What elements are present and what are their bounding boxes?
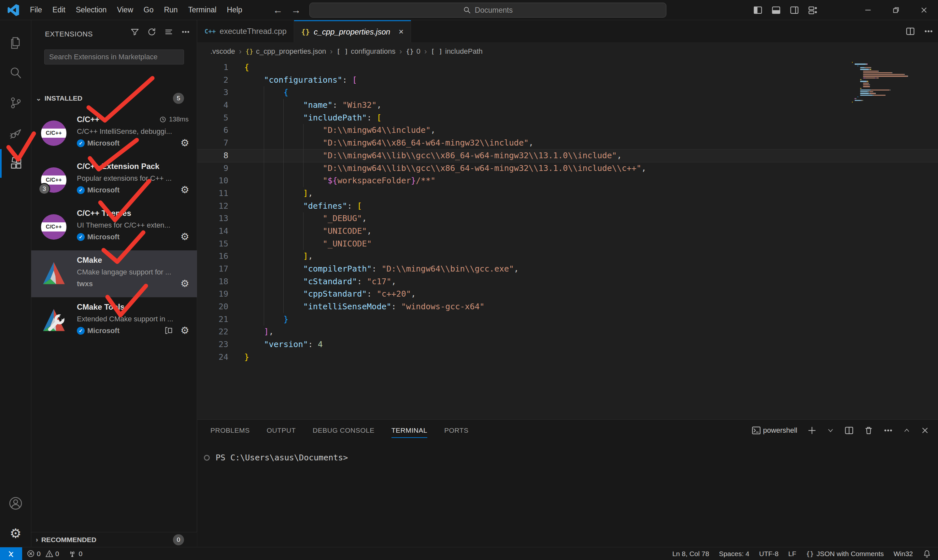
code-line-12[interactable]: 12 "defines": [ (197, 200, 938, 212)
menu-help[interactable]: Help (222, 2, 248, 18)
close-tab-icon[interactable]: × (399, 27, 404, 37)
code-line-2[interactable]: 2 "configurations": [ (197, 74, 938, 87)
code-line-5[interactable]: 5 "includePath": [ (197, 112, 938, 125)
code-line-21[interactable]: 21 } (197, 313, 938, 326)
installed-section-header[interactable]: ⌄ INSTALLED 5 (31, 91, 197, 106)
tab-executethread-cpp[interactable]: C++executeThread.cpp (197, 20, 294, 42)
tab-c-cpp-properties-json[interactable]: {}c_cpp_properties.json× (294, 20, 411, 42)
panel-tab-output[interactable]: OUTPUT (267, 420, 296, 441)
cursor-position[interactable]: Ln 8, Col 78 (667, 547, 714, 560)
ports-status[interactable]: 0 (63, 547, 87, 560)
menu-file[interactable]: File (25, 2, 47, 18)
extension-item-cmake-tools[interactable]: CMake ToolsExtended CMake support in ...… (31, 297, 197, 344)
nav-back-icon[interactable]: ← (273, 5, 283, 15)
notifications-bell[interactable] (918, 547, 936, 560)
split-terminal-icon[interactable] (844, 426, 854, 435)
restore-button[interactable] (882, 0, 910, 20)
code-line-11[interactable]: 11 ], (197, 187, 938, 200)
extensions-icon[interactable] (0, 149, 31, 178)
panel-tab-problems[interactable]: PROBLEMS (210, 420, 250, 441)
language-mode[interactable]: {} JSON with Comments (801, 547, 889, 560)
indentation[interactable]: Spaces: 4 (714, 547, 754, 560)
code-line-7[interactable]: 7 "D:\\mingw64\\x86_64-w64-mingw32\\incl… (197, 137, 938, 149)
encoding[interactable]: UTF-8 (754, 547, 784, 560)
minimap[interactable] (852, 62, 909, 108)
more-actions-icon[interactable] (181, 27, 190, 37)
extension-item-cmake[interactable]: CMakeCMake langage support for ...twxs⚙ (31, 250, 197, 297)
breadcrumb-0[interactable]: {}0 (406, 47, 420, 56)
code-line-8[interactable]: 8 "D:\\mingw64\\lib\\gcc\\x86_64-w64-min… (197, 149, 938, 162)
command-center-search[interactable]: Documents (310, 3, 666, 18)
remote-indicator[interactable] (0, 547, 22, 560)
code-line-10[interactable]: 10 "${workspaceFolder}/**" (197, 174, 938, 187)
extension-item-c-c-extension-pack[interactable]: C/C++3C/C++ Extension PackPopular extens… (31, 157, 197, 203)
extension-manage-gear-icon[interactable]: ⚙ (180, 278, 189, 289)
menu-view[interactable]: View (112, 2, 138, 18)
menu-terminal[interactable]: Terminal (183, 2, 222, 18)
code-line-24[interactable]: 24} (197, 351, 938, 364)
panel-tab-debug-console[interactable]: DEBUG CONSOLE (313, 420, 374, 441)
recommended-section-header[interactable]: › RECOMMENDED 0 (31, 532, 197, 547)
extension-manage-gear-icon[interactable]: ⚙ (180, 231, 189, 242)
refresh-icon[interactable] (147, 27, 156, 37)
terminal-shell-item[interactable]: powershell (752, 426, 797, 435)
breadcrumb-vscode[interactable]: .vscode (210, 47, 235, 56)
menu-go[interactable]: Go (139, 2, 159, 18)
code-line-9[interactable]: 9 "D:\\mingw64\\lib\\gcc\\x86_64-w64-min… (197, 162, 938, 175)
search-icon[interactable] (0, 58, 31, 87)
explorer-icon[interactable] (0, 29, 31, 57)
kill-terminal-icon[interactable] (864, 426, 873, 435)
maximize-panel-icon[interactable] (903, 426, 911, 434)
code-line-14[interactable]: 14 "UNICODE", (197, 225, 938, 238)
new-terminal-icon[interactable] (807, 426, 817, 435)
code-line-23[interactable]: 23 "version": 4 (197, 338, 938, 351)
panel-tab-ports[interactable]: PORTS (444, 420, 468, 441)
code-line-18[interactable]: 18 "cStandard": "c17", (197, 275, 938, 288)
nav-forward-icon[interactable]: → (291, 5, 301, 15)
close-panel-icon[interactable] (920, 426, 930, 435)
customize-layout-icon[interactable] (808, 5, 818, 15)
menu-run[interactable]: Run (159, 2, 183, 18)
toggle-sidebar-icon[interactable] (753, 5, 763, 15)
toggle-secondary-sidebar-icon[interactable] (790, 5, 799, 15)
extension-item-c-c-themes[interactable]: C/C++C/C++ ThemesUI Themes for C/C++ ext… (31, 203, 197, 250)
problems-status[interactable]: 0 0 (22, 547, 63, 560)
close-window-button[interactable] (910, 0, 938, 20)
breadcrumb-c-cpp-properties-json[interactable]: {}c_cpp_properties.json (246, 47, 326, 56)
filter-icon[interactable] (130, 27, 139, 37)
extension-manage-gear-icon[interactable]: ⚙ (180, 184, 189, 195)
settings-gear-icon[interactable]: ⚙ (0, 519, 31, 548)
code-line-16[interactable]: 16 ], (197, 250, 938, 263)
launch-profile-chevron-icon[interactable] (827, 426, 835, 434)
platform-indicator[interactable]: Win32 (889, 547, 918, 560)
code-line-4[interactable]: 4 "name": "Win32", (197, 99, 938, 112)
breadcrumb-includepath[interactable]: [ ]includePath (431, 47, 483, 56)
code-line-19[interactable]: 19 "cppStandard": "c++20", (197, 288, 938, 300)
code-line-1[interactable]: 1{ (197, 61, 938, 74)
panel-more-actions-icon[interactable] (883, 426, 893, 435)
extension-manage-gear-icon[interactable]: ⚙ (180, 325, 189, 336)
code-line-6[interactable]: 6 "D:\\mingw64\\include", (197, 124, 938, 137)
breadcrumb-configurations[interactable]: [ ]configurations (336, 47, 395, 56)
toggle-panel-icon[interactable] (771, 5, 781, 15)
code-line-17[interactable]: 17 "compilerPath": "D:\\mingw64\\bin\\gc… (197, 263, 938, 275)
extension-manage-gear-icon[interactable]: ⚙ (180, 137, 189, 148)
code-line-13[interactable]: 13 "_DEBUG", (197, 212, 938, 225)
code-line-3[interactable]: 3 { (197, 86, 938, 99)
split-editor-icon[interactable] (906, 26, 915, 36)
code-editor[interactable]: 1{2 "configurations": [3 {4 "name": "Win… (197, 60, 938, 419)
run-and-debug-icon[interactable] (0, 118, 31, 147)
minimize-button[interactable] (854, 0, 882, 20)
code-line-22[interactable]: 22 ], (197, 326, 938, 338)
menu-edit[interactable]: Edit (47, 2, 71, 18)
menu-selection[interactable]: Selection (71, 2, 112, 18)
extensions-search-input[interactable]: Search Extensions in Marketplace (44, 49, 184, 65)
code-line-15[interactable]: 15 "_UNICODE" (197, 238, 938, 250)
eol-sequence[interactable]: LF (783, 547, 801, 560)
extension-item-c-c[interactable]: C/C++C/C++138msC/C++ IntelliSense, debug… (31, 110, 197, 157)
editor-more-actions-icon[interactable] (924, 26, 933, 36)
accounts-icon[interactable] (0, 489, 31, 518)
source-control-icon[interactable] (0, 89, 31, 117)
views-menu-icon[interactable] (164, 27, 173, 37)
window-split-icon[interactable] (164, 326, 173, 335)
